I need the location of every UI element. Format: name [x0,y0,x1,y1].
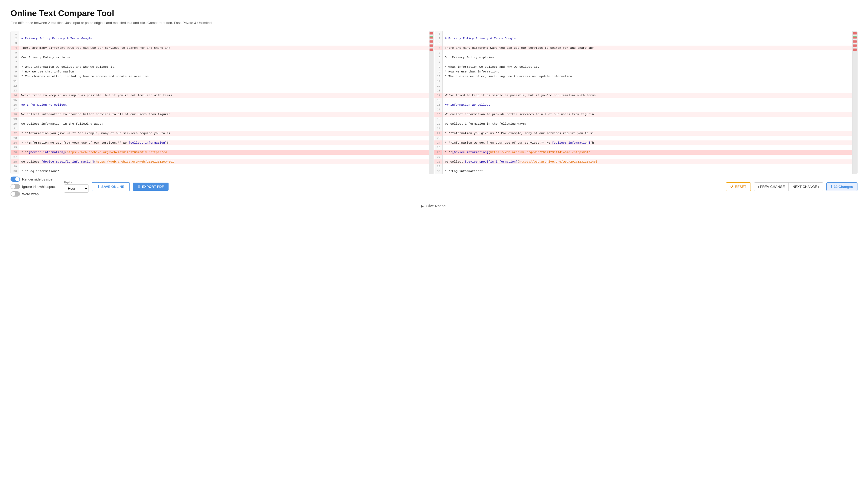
line-content: * **Log information** [19,169,429,174]
line-content: * What information we collect and why we… [19,65,429,69]
line-content [19,126,429,131]
expiry-select[interactable]: Hour Day Week Month [64,184,89,193]
line-content [19,41,429,45]
line-content [443,31,852,36]
line-content [443,83,852,88]
line-number: 17 [434,107,443,112]
left-panel: 12# Privacy Policy Privacy & Terms Googl… [11,31,434,174]
line-number: 9 [434,69,443,74]
give-rating-label[interactable]: Give Rating [426,204,446,208]
render-side-by-side-label: Render side by side [22,177,52,181]
line-content: We collect [device-specific information]… [19,159,429,164]
expiry-label: Expiry [64,181,89,184]
word-wrap-toggle[interactable] [11,191,20,197]
line-number: 4 [434,45,443,50]
line-content: * The choices we offer, including how to… [19,74,429,79]
download-icon: ⬇ [137,185,140,189]
line-content [19,31,429,36]
render-side-by-side-toggle[interactable] [11,176,20,182]
line-content [443,50,852,55]
next-change-label: NEXT CHANGE [792,185,817,189]
word-wrap-toggle-item: Word wrap [11,191,57,197]
line-number: 23 [11,136,19,141]
line-number: 27 [11,155,19,159]
line-number: 3 [434,41,443,45]
line-content: * **Log information** [443,169,852,174]
line-number: 18 [434,112,443,117]
line-number: 5 [11,50,19,55]
line-number: 30 [434,169,443,174]
line-number: 11 [434,79,443,83]
line-number: 14 [434,93,443,98]
line-number: 5 [434,50,443,55]
page-subtitle: Find difference between 2 text files. Ju… [11,21,857,25]
toggle-options: Render side by side Ignore trim whitespa… [11,176,57,197]
line-content [19,50,429,55]
line-number: 1 [11,31,19,36]
line-content: # Privacy Policy Privacy & Terms Google [19,36,429,41]
expiry-wrapper: Expiry Hour Day Week Month [64,181,89,193]
line-content: * **Information we get from your use of … [19,141,429,145]
line-number: 15 [11,98,19,103]
right-scrollbar[interactable] [853,31,857,174]
line-content [19,117,429,121]
line-content: We've tried to keep it as simple as poss… [19,93,429,98]
line-number: 16 [11,103,19,107]
line-content [19,83,429,88]
line-number: 4 [11,45,19,50]
line-number: 15 [434,98,443,103]
diff-container: 12# Privacy Policy Privacy & Terms Googl… [11,31,857,174]
save-online-button[interactable]: ⬆ SAVE ONLINE [92,182,130,191]
left-diff-panel: 12# Privacy Policy Privacy & Terms Googl… [11,31,429,174]
upload-icon: ⬆ [97,185,100,189]
line-number: 13 [434,88,443,93]
line-number: 17 [11,107,19,112]
left-scrollbar[interactable] [429,31,434,174]
line-number: 1 [434,31,443,36]
line-number: 13 [11,88,19,93]
export-pdf-button[interactable]: ⬇ EXPORT PDF [133,183,168,191]
line-content: * **Information we get from your use of … [443,141,852,145]
line-content [19,145,429,150]
line-number: 2 [434,36,443,41]
line-number: 29 [434,164,443,169]
line-number: 18 [11,112,19,117]
line-number: 9 [11,69,19,74]
line-number: 22 [11,131,19,136]
line-number: 12 [11,83,19,88]
ignore-trim-toggle[interactable] [11,184,20,189]
line-content [443,164,852,169]
line-content [443,88,852,93]
line-number: 21 [434,126,443,131]
line-content: We collect [device-specific information]… [443,159,852,164]
line-content: ## Information we collect [443,103,852,107]
line-content [443,117,852,121]
nav-button-group: ‹ PREV CHANGE NEXT CHANGE › [754,182,823,191]
line-number: 14 [11,93,19,98]
line-number: 19 [434,117,443,121]
line-number: 23 [434,136,443,141]
line-number: 24 [11,141,19,145]
render-side-by-side-toggle-item: Render side by side [11,176,57,182]
line-number: 6 [434,55,443,60]
play-icon: ▶ [421,204,424,208]
line-content [443,136,852,141]
line-content [443,107,852,112]
line-content [443,126,852,131]
prev-change-button[interactable]: ‹ PREV CHANGE [754,183,789,191]
next-icon: › [818,185,819,189]
save-online-label: SAVE ONLINE [101,185,124,189]
ignore-trim-label: Ignore trim whitespace [22,185,57,189]
line-content [443,41,852,45]
line-content: Our Privacy Policy explains: [443,55,852,60]
line-number: 29 [11,164,19,169]
right-diff-panel: 12# Privacy Policy Privacy & Terms Googl… [434,31,853,174]
line-number: 20 [11,121,19,126]
next-change-button[interactable]: NEXT CHANGE › [789,183,823,191]
line-content [19,98,429,103]
reset-button[interactable]: ↺ RESET [726,182,750,191]
line-content [443,145,852,150]
line-number: 10 [11,74,19,79]
line-content: * **Information you give us.** For examp… [19,131,429,136]
line-content: We collect information to provide better… [443,112,852,117]
